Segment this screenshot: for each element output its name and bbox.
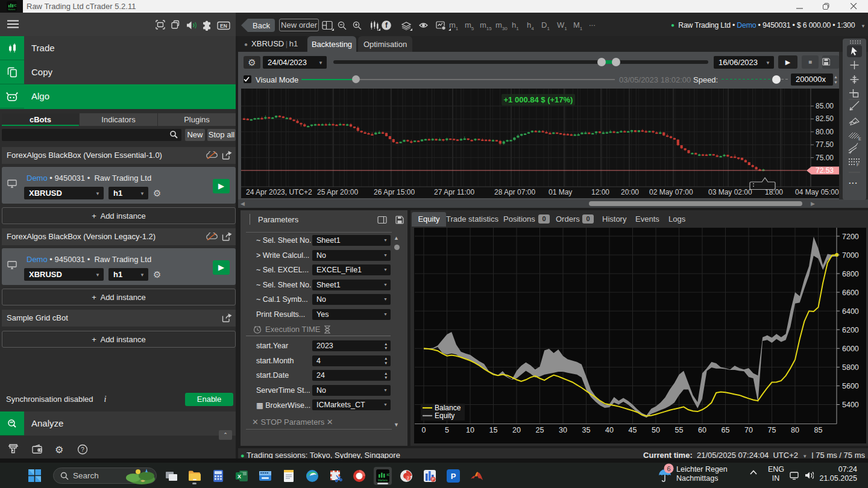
svg-text:F: F: [857, 163, 859, 167]
svg-text:7000: 7000: [842, 251, 859, 260]
svg-text:5800: 5800: [842, 363, 859, 372]
svg-text:20: 20: [512, 426, 521, 434]
svg-text:Back: Back: [253, 21, 270, 30]
svg-text:6: 6: [667, 465, 670, 472]
svg-text:20:00: 20:00: [621, 188, 639, 196]
svg-text:75: 75: [768, 426, 776, 434]
svg-text:5400: 5400: [842, 401, 859, 409]
svg-text:Markets: Markets: [8, 8, 15, 11]
svg-text:+1 000.84 $ (+17%): +1 000.84 $ (+17%): [504, 95, 573, 104]
svg-text:26 Apr 15:00: 26 Apr 15:00: [374, 188, 415, 196]
svg-text:10: 10: [466, 426, 474, 434]
svg-text:85: 85: [814, 426, 823, 434]
svg-text:6600: 6600: [842, 289, 859, 297]
svg-text:?: ?: [81, 446, 84, 453]
svg-text:15: 15: [489, 426, 498, 434]
svg-text:6000: 6000: [842, 345, 859, 353]
svg-text:77.50: 77.50: [816, 140, 834, 149]
svg-text:45: 45: [629, 426, 637, 434]
svg-text:P: P: [451, 472, 456, 481]
svg-text:P: P: [432, 477, 434, 481]
svg-text:50: 50: [652, 426, 660, 434]
svg-text:7200: 7200: [842, 233, 859, 241]
svg-text:Equity: Equity: [435, 411, 454, 420]
svg-text:25: 25: [536, 426, 544, 434]
svg-text:EN: EN: [220, 23, 227, 29]
svg-text:5: 5: [445, 426, 449, 434]
svg-text:60: 60: [698, 426, 706, 434]
svg-text:04 May 05:00: 04 May 05:00: [795, 188, 839, 196]
svg-text:02 May 07:00: 02 May 07:00: [649, 188, 693, 196]
svg-text:6400: 6400: [842, 307, 859, 316]
svg-text:6200: 6200: [842, 326, 859, 334]
svg-text:65: 65: [722, 426, 730, 434]
svg-text:5600: 5600: [842, 382, 859, 390]
svg-text:03 May 02:00: 03 May 02:00: [708, 188, 752, 196]
svg-text:35: 35: [582, 426, 591, 434]
svg-text:6800: 6800: [842, 270, 859, 278]
svg-text:IC: IC: [14, 4, 17, 7]
svg-text:IC: IC: [387, 473, 390, 477]
svg-text:12:00: 12:00: [591, 188, 609, 196]
svg-text:Markets: Markets: [378, 479, 388, 482]
svg-text:24 Apr 2023, UTC+2: 24 Apr 2023, UTC+2: [246, 188, 312, 196]
svg-text:55: 55: [675, 426, 684, 434]
svg-text:25 Apr 20:00: 25 Apr 20:00: [317, 188, 358, 196]
svg-text:30: 30: [559, 426, 567, 434]
svg-text:0: 0: [422, 426, 426, 434]
svg-text:01 May: 01 May: [549, 188, 572, 196]
svg-text:80: 80: [791, 426, 799, 434]
svg-text:28 Apr 07:00: 28 Apr 07:00: [494, 188, 535, 196]
svg-text:70: 70: [744, 426, 753, 434]
svg-text:75.00: 75.00: [816, 154, 834, 162]
svg-text:40: 40: [605, 426, 614, 434]
svg-text:E: E: [858, 137, 861, 141]
svg-text:72.53: 72.53: [816, 166, 834, 175]
svg-text:82.50: 82.50: [816, 114, 834, 123]
svg-text:80.00: 80.00: [816, 128, 834, 136]
svg-text:Balance: Balance: [435, 404, 461, 412]
svg-text:27 Apr 11:00: 27 Apr 11:00: [434, 188, 474, 196]
svg-text:X: X: [237, 474, 241, 480]
svg-text:⚙: ⚙: [55, 445, 63, 455]
svg-text:85.00: 85.00: [816, 102, 834, 110]
svg-text:2: 2: [407, 476, 409, 480]
